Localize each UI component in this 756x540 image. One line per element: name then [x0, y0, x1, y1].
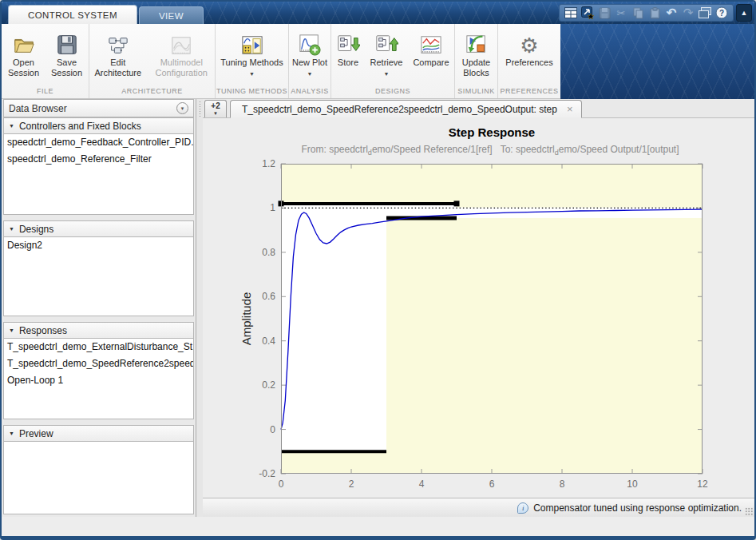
store-button[interactable]: Store	[332, 28, 364, 69]
control-system-designer-window: CONTROL SYSTEM VIEW ✂ ↶ ↷	[0, 0, 756, 540]
responses-section-header[interactable]: ▼ Responses	[3, 322, 194, 338]
designs-section: ▼ Designs Design2	[3, 220, 194, 316]
tuning-methods-button[interactable]: Tuning Methods ▼	[218, 28, 287, 79]
status-message: Compensator tuned using response optimiz…	[533, 502, 742, 514]
list-item[interactable]: Open-Loop 1	[4, 372, 193, 389]
document-tabstrip: +2 ▼ T_speedctrl_demo_SpeedReference2spe…	[203, 99, 754, 118]
multimodel-configuration-button: Multimodel Configuration	[148, 28, 215, 79]
open-folder-icon	[12, 29, 36, 56]
svg-text:0.8: 0.8	[262, 247, 275, 258]
panel-splitter[interactable]	[196, 99, 203, 517]
ribbon-tab-band: CONTROL SYSTEM VIEW ✂ ↶ ↷	[2, 2, 754, 24]
data-browser-header: Data Browser ▼	[3, 99, 194, 117]
update-blocks-button[interactable]: Update Blocks	[456, 28, 497, 79]
responses-section: ▼ Responses T_speedctrl_demo_ExternalDis…	[3, 322, 194, 419]
section-label-preferences: PREFERENCES	[498, 85, 560, 98]
section-label-file: FILE	[2, 85, 89, 98]
controllers-list: speedctrl_demo_Feedback_Controller_PID..…	[3, 133, 194, 215]
svg-text:6: 6	[489, 478, 495, 490]
list-item[interactable]: T_speedctrl_demo_ExternalDisturbance_St.…	[4, 339, 193, 355]
tab-view[interactable]: VIEW	[139, 6, 204, 24]
ribbon-section-preferences: ⚙ Preferences PREFERENCES	[498, 24, 560, 98]
chart-subtitle: From: speedctrldemo/Speed Reference/1[re…	[235, 144, 746, 157]
ribbon: Open Session Save Session FILE Edit Arch…	[2, 24, 560, 99]
new-plot-icon	[298, 29, 322, 56]
new-shortcut-icon[interactable]	[580, 6, 595, 20]
section-label-architecture: ARCHITECTURE	[89, 85, 215, 98]
list-item[interactable]: Design2	[4, 237, 193, 254]
redo-icon: ↷	[681, 6, 695, 20]
store-icon	[336, 29, 360, 56]
multimodel-icon	[170, 29, 192, 56]
resize-grip[interactable]	[745, 507, 753, 515]
collapse-caret-icon: ▼	[9, 123, 14, 129]
new-plot-button[interactable]: New Plot ▼	[290, 28, 330, 79]
ribbon-section-architecture: Edit Architecture Multimodel Configurati…	[89, 24, 216, 98]
collapse-caret-icon: ▼	[9, 328, 14, 333]
window-layout-icon[interactable]	[698, 6, 712, 20]
data-browser-menu-button[interactable]: ▼	[176, 102, 188, 114]
section-label-simulink: SIMULINK	[455, 85, 497, 98]
designs-list: Design2	[3, 236, 194, 316]
dropdown-arrow-icon: ▼	[249, 71, 255, 77]
document-tab-title: T_speedctrl_demo_SpeedReference2speedctr…	[242, 104, 557, 115]
document-pane: +2 ▼ T_speedctrl_demo_SpeedReference2spe…	[203, 99, 754, 517]
ribbon-tab-bar: CONTROL SYSTEM VIEW	[8, 5, 204, 24]
list-item[interactable]: speedctrl_demo_Feedback_Controller_PID..…	[4, 134, 193, 151]
dropdown-arrow-icon: ▼	[384, 71, 390, 77]
svg-text:0.4: 0.4	[262, 336, 275, 347]
undo-icon[interactable]: ↶	[664, 6, 679, 20]
edit-architecture-button[interactable]: Edit Architecture	[89, 28, 147, 79]
designs-section-header[interactable]: ▼ Designs	[3, 220, 194, 236]
help-icon[interactable]: ?	[714, 6, 729, 20]
retrieve-button[interactable]: Retrieve▼	[366, 28, 407, 79]
save-floppy-icon	[56, 29, 78, 56]
feasible-region	[281, 204, 386, 451]
save-icon	[597, 6, 612, 20]
data-browser-panel: Data Browser ▼ ▼ Controllers and Fixed B…	[2, 99, 196, 517]
quick-access-toolbar: ✂ ↶ ↷ ?	[559, 4, 734, 22]
feasible-region	[386, 204, 457, 218]
responses-list: T_speedctrl_demo_ExternalDisturbance_St.…	[3, 338, 194, 419]
tab-control-system[interactable]: CONTROL SYSTEM	[8, 5, 137, 24]
open-session-button[interactable]: Open Session	[3, 28, 45, 79]
collapse-caret-icon: ▼	[9, 226, 14, 232]
collapse-caret-icon: ▼	[9, 431, 14, 436]
ribbon-section-simulink: Update Blocks SIMULINK	[455, 24, 498, 98]
svg-text:1.2: 1.2	[262, 158, 275, 169]
list-item[interactable]: T_speedctrl_demo_SpeedReference2speed...	[4, 355, 193, 372]
dropdown-arrow-icon: ▼	[307, 71, 313, 77]
svg-text:4: 4	[419, 478, 425, 490]
section-label-tuning-methods: TUNING METHODS	[216, 85, 288, 98]
svg-text:0: 0	[270, 424, 275, 435]
svg-text:2: 2	[349, 478, 354, 490]
ribbon-section-file: Open Session Save Session FILE	[2, 24, 89, 98]
svg-text:?: ?	[719, 9, 724, 18]
active-document-tab[interactable]: T_speedctrl_demo_SpeedReference2speedctr…	[230, 100, 582, 118]
gear-icon: ⚙	[520, 29, 538, 56]
compare-button[interactable]: Compare	[409, 28, 453, 69]
tab-overflow-button[interactable]: +2 ▼	[204, 100, 227, 117]
svg-text:1: 1	[270, 202, 275, 213]
paste-icon	[647, 6, 662, 20]
layout-icon[interactable]	[564, 6, 578, 20]
svg-text:0.2: 0.2	[262, 379, 275, 391]
save-session-button[interactable]: Save Session	[46, 28, 88, 79]
step-response-plot[interactable]: 024681012-0.200.20.40.60.811.2Time (seco…	[281, 164, 703, 474]
ribbon-section-analysis: New Plot ▼ ANALYSIS	[289, 24, 331, 98]
y-axis-label: Amplitude	[239, 292, 253, 346]
close-icon[interactable]: ×	[567, 104, 573, 114]
svg-text:0: 0	[279, 478, 284, 490]
preferences-button[interactable]: ⚙ Preferences	[501, 28, 558, 69]
controllers-section: ▼ Controllers and Fixed Blocks speedctrl…	[3, 117, 194, 215]
svg-text:10: 10	[627, 478, 638, 490]
controllers-section-header[interactable]: ▼ Controllers and Fixed Blocks	[3, 117, 194, 133]
chevron-down-icon: ▼	[213, 111, 218, 116]
constraint-handle[interactable]	[454, 201, 460, 206]
list-item[interactable]: speedctrl_demo_Reference_Filter	[4, 151, 193, 168]
collapse-ribbon-button[interactable]: ▲	[736, 4, 752, 22]
section-label-designs: DESIGNS	[331, 85, 454, 98]
chart-title: Step Response	[281, 125, 703, 139]
preview-section-header[interactable]: ▼ Preview	[3, 425, 194, 441]
update-blocks-icon	[465, 29, 489, 56]
